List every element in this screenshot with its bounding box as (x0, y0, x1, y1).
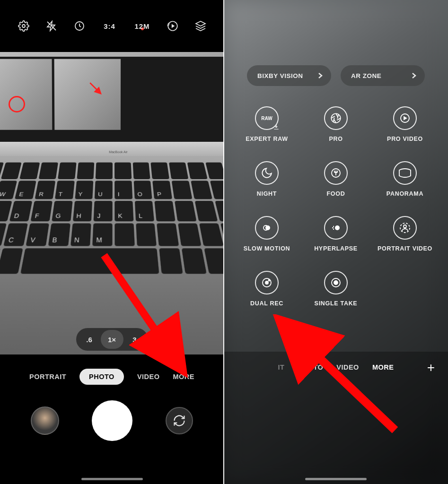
svg-point-19 (334, 281, 338, 285)
flash-button[interactable] (44, 18, 60, 34)
home-indicator[interactable] (81, 478, 143, 480)
home-indicator[interactable] (305, 478, 367, 480)
chevron-right-icon (412, 72, 416, 79)
svg-point-7 (331, 113, 341, 123)
pro-video-icon (399, 112, 411, 124)
annotation-arrow-small (88, 80, 104, 97)
switch-camera-button[interactable] (166, 407, 193, 434)
mode-label: FOOD (327, 190, 345, 197)
svg-point-13 (404, 225, 406, 228)
bixby-vision-label: BIXBY VISION (257, 72, 303, 79)
portrait-video-icon (399, 222, 411, 233)
motion-photo-button[interactable] (165, 18, 181, 34)
mode-video[interactable]: VIDEO (137, 373, 160, 380)
mode-label: SINGLE TAKE (315, 300, 358, 307)
mode-label: PRO VIDEO (387, 136, 423, 142)
mode-label: PRO (329, 136, 343, 142)
raw-icon-label: RAW (261, 116, 272, 121)
layers-icon (195, 20, 206, 32)
resolution-button[interactable]: 12M (132, 18, 153, 34)
laptop-keyboard: QWERTYUIOP ASDFGHJKL ZXCVBNM command (0, 156, 224, 354)
annotation-red-circle (9, 96, 25, 112)
ar-zone-button[interactable]: AR ZONE (341, 65, 425, 86)
switch-camera-icon (173, 414, 186, 427)
mode-photo[interactable]: PHOTO (298, 363, 323, 371)
mode-slow-motion[interactable]: SLOW MOTION (232, 216, 301, 252)
mode-single-take[interactable]: SINGLE TAKE (301, 271, 370, 307)
mode-expert-raw[interactable]: RAW EXPERT RAW (232, 106, 301, 142)
camera-viewfinder[interactable]: MacBook Air QWERTYUIOP ASDFGHJKL ZXCVBNM… (0, 52, 224, 354)
hyperlapse-icon (330, 222, 342, 233)
mode-food[interactable]: FOOD (301, 161, 370, 197)
add-mode-button[interactable]: + (422, 359, 439, 376)
gear-icon (18, 20, 29, 32)
download-icon (273, 123, 280, 130)
flash-off-icon (46, 20, 57, 32)
zoom-ultrawide[interactable]: .6 (78, 330, 101, 349)
svg-point-0 (22, 25, 25, 27)
timer-button[interactable] (71, 18, 88, 34)
bottom-controls (0, 392, 224, 449)
mode-portrait[interactable]: PORTRAIT (29, 373, 66, 380)
mode-dual-rec[interactable]: DUAL REC (232, 271, 301, 307)
svg-point-12 (335, 225, 340, 230)
camera-mode-row: IT PHOTO VIDEO MORE (224, 357, 448, 378)
timer-icon (74, 20, 85, 32)
mode-label: HYPERLAPSE (314, 245, 358, 252)
zoom-1x[interactable]: 1× (101, 330, 123, 349)
mode-video[interactable]: VIDEO (336, 363, 359, 371)
filters-button[interactable] (193, 18, 209, 34)
shutter-button[interactable] (92, 400, 132, 441)
panorama-icon (398, 167, 412, 179)
mode-label: DUAL REC (250, 300, 283, 307)
mode-more[interactable]: MORE (173, 373, 195, 380)
svg-point-16 (265, 281, 268, 284)
zoom-selector: .6 1× 3 (76, 328, 148, 351)
mode-panorama[interactable]: PANORAMA (370, 161, 439, 197)
mode-label: NIGHT (257, 190, 277, 197)
dual-rec-icon (261, 277, 272, 288)
gallery-thumbnail[interactable] (31, 406, 59, 435)
laptop-hinge: MacBook Air (0, 142, 224, 156)
svg-point-17 (269, 280, 270, 281)
svg-line-5 (90, 83, 100, 93)
aperture-icon (330, 112, 342, 124)
single-take-icon (330, 277, 342, 288)
top-toolbar: 3:4 12M (0, 0, 224, 52)
mode-label: PANORAMA (387, 190, 423, 197)
aspect-ratio-button[interactable]: 3:4 (99, 18, 120, 34)
mode-night[interactable]: NIGHT (232, 161, 301, 197)
camera-app-main: 3:4 12M MacBook Air QWERTYUIOP ASDFGHJKL… (0, 0, 224, 484)
mode-pro-video[interactable]: PRO VIDEO (370, 106, 439, 142)
food-icon (330, 167, 342, 179)
mode-it-partial[interactable]: IT (278, 363, 285, 371)
mode-pro[interactable]: PRO (301, 106, 370, 142)
settings-button[interactable] (16, 18, 32, 34)
mode-photo[interactable]: PHOTO (79, 369, 124, 385)
zoom-3x[interactable]: 3 (123, 330, 146, 349)
mode-label: PORTRAIT VIDEO (378, 245, 432, 252)
mode-grid: RAW EXPERT RAW PRO PRO VIDEO NIGHT FOOD … (224, 106, 448, 307)
svg-marker-4 (196, 21, 205, 26)
top-chips-row: BIXBY VISION AR ZONE (224, 65, 448, 86)
mode-label: EXPERT RAW (246, 136, 288, 142)
mode-portrait-video[interactable]: PORTRAIT VIDEO (370, 216, 439, 252)
camera-mode-row: PORTRAIT PHOTO VIDEO MORE (0, 366, 224, 387)
ar-zone-label: AR ZONE (351, 72, 381, 79)
motion-photo-icon (167, 20, 179, 32)
pane-divider (223, 0, 224, 484)
camera-more-modes: BIXBY VISION AR ZONE RAW EXPERT RAW PRO … (224, 0, 448, 484)
chevron-right-icon (318, 72, 323, 79)
mode-hyperlapse[interactable]: HYPERLAPSE (301, 216, 370, 252)
mode-label: SLOW MOTION (244, 245, 290, 252)
laptop-screen-preview (0, 57, 224, 142)
moon-icon (261, 167, 273, 179)
mode-more[interactable]: MORE (372, 363, 394, 371)
slow-motion-icon (261, 222, 272, 233)
bixby-vision-button[interactable]: BIXBY VISION (247, 65, 331, 86)
